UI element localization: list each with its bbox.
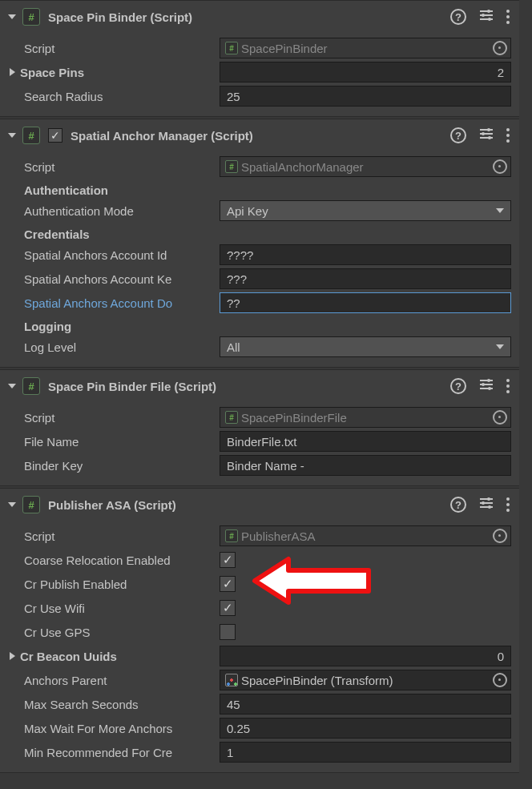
max-search-row: Max Search Seconds — [3, 692, 511, 716]
chevron-down-icon — [496, 344, 504, 349]
space-pins-label[interactable]: Space Pins — [3, 66, 220, 79]
component-title: Spatial Anchor Manager (Script) — [71, 129, 450, 143]
account-key-input[interactable] — [220, 268, 511, 289]
coarse-relocation-checkbox[interactable]: ✓ — [220, 552, 236, 568]
component-header[interactable]: # ✓ Spatial Anchor Manager (Script) ? — [0, 119, 519, 151]
script-name: PublisherASA — [241, 529, 490, 543]
script-name: SpatialAnchorManager — [241, 160, 490, 174]
component-header[interactable]: # Space Pin Binder (Script) ? — [0, 1, 519, 33]
foldout-icon[interactable] — [8, 14, 16, 19]
svg-point-5 — [488, 18, 491, 21]
help-icon[interactable]: ? — [450, 378, 466, 394]
auth-mode-label: Authentication Mode — [3, 204, 220, 218]
svg-point-10 — [482, 132, 485, 135]
context-menu-icon[interactable] — [506, 10, 510, 24]
presets-icon[interactable] — [479, 127, 494, 144]
component-header[interactable]: # Publisher ASA (Script) ? — [0, 489, 519, 521]
script-object-field[interactable]: # SpacePinBinder — [220, 38, 511, 58]
log-level-label: Log Level — [3, 340, 220, 354]
anchors-parent-label: Anchors Parent — [3, 674, 220, 687]
file-name-input[interactable] — [220, 431, 511, 452]
search-radius-input[interactable] — [220, 86, 511, 107]
svg-rect-0 — [480, 10, 493, 12]
object-picker-icon[interactable] — [493, 673, 507, 687]
presets-icon[interactable] — [479, 496, 494, 513]
object-picker-icon[interactable] — [493, 410, 507, 425]
help-icon[interactable]: ? — [450, 9, 466, 25]
svg-point-16 — [482, 383, 485, 386]
context-menu-icon[interactable] — [506, 497, 510, 512]
script-object-field[interactable]: # PublisherASA — [220, 525, 511, 546]
account-id-row: Spatial Anchors Account Id — [3, 243, 511, 267]
min-recommended-input[interactable] — [220, 742, 511, 763]
account-key-label: Spatial Anchors Account Ke — [3, 272, 220, 286]
context-menu-icon[interactable] — [506, 379, 510, 393]
component-spatial-anchor-manager: # ✓ Spatial Anchor Manager (Script) ? Sc… — [0, 119, 519, 368]
log-level-row: Log Level All — [3, 335, 511, 359]
cr-beacon-count[interactable] — [220, 646, 511, 666]
svg-point-23 — [488, 505, 491, 509]
log-level-dropdown[interactable]: All — [220, 336, 511, 357]
max-search-input[interactable] — [220, 694, 511, 715]
svg-rect-18 — [480, 498, 493, 500]
foldout-icon[interactable] — [8, 384, 16, 388]
cr-beacon-row: Cr Beacon Uuids — [3, 644, 511, 668]
account-key-row: Spatial Anchors Account Ke — [3, 267, 511, 291]
help-icon[interactable]: ? — [450, 127, 466, 143]
svg-rect-12 — [480, 380, 493, 381]
cr-publish-row: Cr Publish Enabled ✓ — [3, 572, 511, 596]
account-id-label: Spatial Anchors Account Id — [3, 248, 220, 262]
cr-gps-checkbox[interactable] — [220, 624, 236, 640]
svg-point-22 — [482, 501, 485, 505]
script-label: Script — [3, 411, 220, 425]
script-type-icon: # — [22, 496, 40, 513]
cr-beacon-label[interactable]: Cr Beacon Uuids — [3, 650, 220, 663]
object-picker-icon[interactable] — [493, 529, 507, 543]
cr-publish-checkbox[interactable]: ✓ — [220, 576, 236, 592]
svg-point-21 — [487, 497, 490, 501]
script-object-field[interactable]: # SpacePinBinderFile — [220, 407, 511, 428]
account-domain-label: Spatial Anchors Account Do — [3, 296, 220, 310]
coarse-relocation-label: Coarse Relocation Enabled — [3, 554, 220, 567]
script-icon: # — [225, 160, 238, 173]
component-header[interactable]: # Space Pin Binder File (Script) ? — [0, 370, 519, 402]
chevron-right-icon — [10, 652, 15, 660]
svg-rect-6 — [480, 129, 493, 131]
credentials-header: Credentials — [3, 223, 511, 243]
context-menu-icon[interactable] — [506, 128, 510, 143]
space-pins-count[interactable] — [220, 62, 511, 83]
script-label: Script — [3, 529, 220, 543]
cr-gps-label: Cr Use GPS — [3, 626, 220, 639]
component-space-pin-binder: # Space Pin Binder (Script) ? Script # S… — [0, 0, 519, 117]
script-name: SpacePinBinderFile — [241, 411, 490, 425]
script-row: Script # SpatialAnchorManager — [3, 155, 511, 179]
anchors-parent-row: Anchors Parent SpacePinBinder (Transform… — [3, 668, 511, 692]
account-domain-input[interactable] — [220, 292, 511, 313]
auth-mode-row: Authentication Mode Api Key — [3, 199, 511, 223]
presets-icon[interactable] — [479, 377, 494, 395]
anchors-parent-field[interactable]: SpacePinBinder (Transform) — [220, 670, 511, 690]
component-title: Space Pin Binder File (Script) — [48, 380, 450, 393]
cr-wifi-checkbox[interactable]: ✓ — [220, 600, 236, 616]
account-domain-row: Spatial Anchors Account Do — [3, 291, 511, 315]
svg-point-17 — [488, 387, 491, 390]
max-wait-input[interactable] — [220, 718, 511, 739]
log-level-value: All — [227, 340, 240, 354]
component-enable-checkbox[interactable]: ✓ — [48, 128, 62, 143]
component-title: Space Pin Binder (Script) — [48, 10, 450, 24]
account-id-input[interactable] — [220, 244, 511, 265]
authentication-header: Authentication — [3, 179, 511, 199]
binder-key-input[interactable] — [220, 455, 511, 476]
search-radius-row: Search Radius — [3, 84, 511, 108]
script-object-field[interactable]: # SpatialAnchorManager — [220, 156, 511, 177]
foldout-icon[interactable] — [8, 133, 16, 138]
presets-icon[interactable] — [479, 8, 494, 26]
object-picker-icon[interactable] — [493, 159, 507, 174]
auth-mode-dropdown[interactable]: Api Key — [220, 200, 511, 221]
script-name: SpacePinBinder — [241, 42, 490, 55]
chevron-down-icon — [496, 208, 504, 213]
help-icon[interactable]: ? — [450, 497, 466, 513]
foldout-icon[interactable] — [8, 502, 16, 507]
object-picker-icon[interactable] — [493, 41, 507, 55]
svg-point-3 — [487, 10, 490, 13]
